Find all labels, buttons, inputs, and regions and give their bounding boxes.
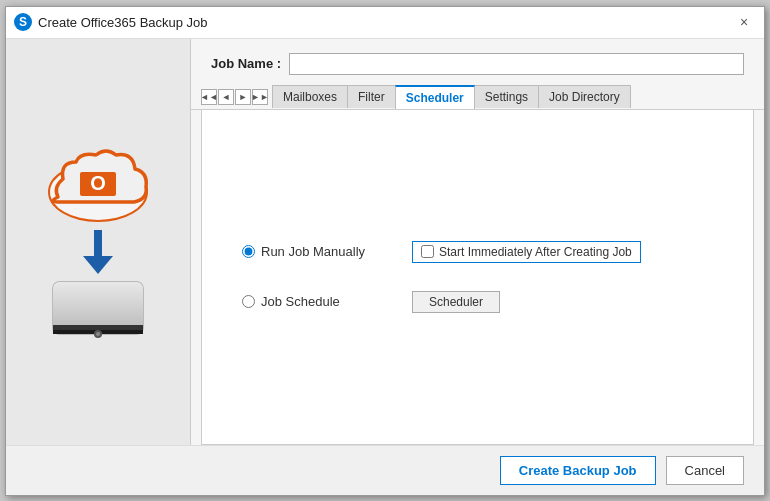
run-manually-radio[interactable] xyxy=(242,245,255,258)
dialog-title: Create Office365 Backup Job xyxy=(38,15,208,30)
tab-job-directory[interactable]: Job Directory xyxy=(538,85,631,108)
dialog-body: O xyxy=(6,39,764,445)
cancel-button[interactable]: Cancel xyxy=(666,456,744,485)
tab-content-scheduler: Run Job Manually Start Immediately After… xyxy=(201,110,754,445)
job-name-input[interactable] xyxy=(289,53,744,75)
svg-text:S: S xyxy=(19,15,27,29)
run-manually-row: Run Job Manually Start Immediately After… xyxy=(242,241,713,263)
start-immediately-label[interactable]: Start Immediately After Creating Job xyxy=(412,241,641,263)
job-name-row: Job Name : xyxy=(191,39,764,85)
svg-text:O: O xyxy=(90,172,106,194)
tab-nav-last[interactable]: ►► xyxy=(252,89,268,105)
left-panel: O xyxy=(6,39,191,445)
tab-scheduler[interactable]: Scheduler xyxy=(395,85,475,109)
drive-icon xyxy=(48,277,148,347)
create-backup-job-button[interactable]: Create Backup Job xyxy=(500,456,656,485)
cloud-icon: O xyxy=(38,137,158,227)
close-button[interactable]: × xyxy=(732,10,756,34)
tab-nav-next[interactable]: ► xyxy=(235,89,251,105)
tab-nav-prev[interactable]: ◄ xyxy=(218,89,234,105)
tab-nav-first[interactable]: ◄◄ xyxy=(201,89,217,105)
cloud-illustration: O xyxy=(38,137,158,227)
scheduler-button[interactable]: Scheduler xyxy=(412,291,500,313)
tab-mailboxes[interactable]: Mailboxes xyxy=(272,85,348,108)
tab-nav-buttons: ◄◄ ◄ ► ►► xyxy=(201,89,268,105)
footer: Create Backup Job Cancel xyxy=(6,445,764,495)
title-bar: S Create Office365 Backup Job × xyxy=(6,7,764,39)
job-name-label: Job Name : xyxy=(211,56,281,71)
job-schedule-row: Job Schedule Scheduler xyxy=(242,291,713,313)
svg-rect-10 xyxy=(94,230,102,258)
title-bar-left: S Create Office365 Backup Job xyxy=(14,13,208,31)
tab-filter[interactable]: Filter xyxy=(347,85,396,108)
app-icon: S xyxy=(14,13,32,31)
tab-bar: ◄◄ ◄ ► ►► Mailboxes Filter Scheduler Set… xyxy=(191,85,764,110)
start-immediately-checkbox[interactable] xyxy=(421,245,434,258)
run-manually-label[interactable]: Run Job Manually xyxy=(242,244,372,259)
main-dialog: S Create Office365 Backup Job × xyxy=(5,6,765,496)
tab-settings[interactable]: Settings xyxy=(474,85,539,108)
svg-marker-11 xyxy=(83,256,113,274)
job-schedule-radio[interactable] xyxy=(242,295,255,308)
job-schedule-label[interactable]: Job Schedule xyxy=(242,294,372,309)
svg-point-18 xyxy=(96,332,100,336)
arrow-down-icon xyxy=(83,232,113,272)
right-panel: Job Name : ◄◄ ◄ ► ►► Mailboxes Filter Sc… xyxy=(191,39,764,445)
scheduler-options: Run Job Manually Start Immediately After… xyxy=(202,241,753,313)
